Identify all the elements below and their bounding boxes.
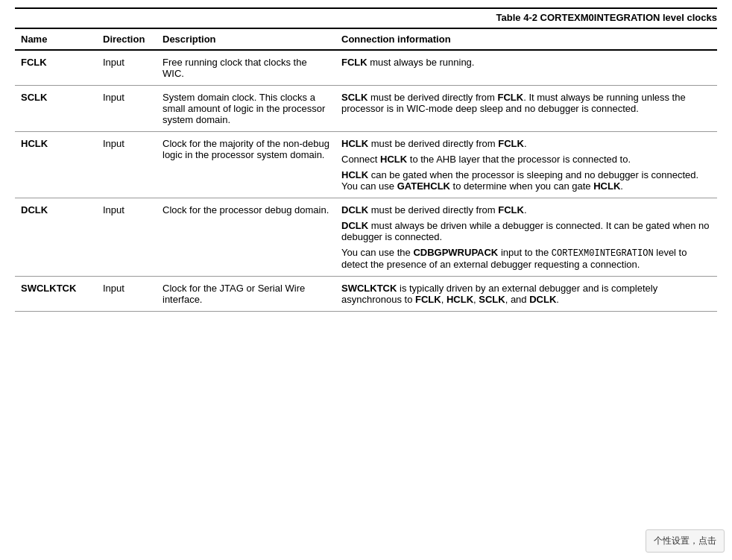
cell-direction: Input	[97, 277, 157, 312]
cell-direction: Input	[97, 132, 157, 198]
cell-connection: DCLK must be derived directly from FCLK.…	[335, 198, 717, 277]
header-name: Name	[15, 28, 97, 50]
cell-direction: Input	[97, 50, 157, 86]
table-row: FCLKInputFree running clock that clocks …	[15, 50, 717, 86]
connection-paragraph: DCLK must always be driven while a debug…	[341, 220, 711, 242]
cell-direction: Input	[97, 86, 157, 132]
cell-connection: HCLK must be derived directly from FCLK.…	[335, 132, 717, 198]
cell-description: Clock for the majority of the non-debug …	[157, 132, 335, 198]
cell-description: Free running clock that clocks the WIC.	[157, 50, 335, 86]
connection-paragraph: You can use the CDBGPWRUPACK input to th…	[341, 247, 711, 270]
cell-name: HCLK	[15, 132, 97, 198]
connection-paragraph: HCLK can be gated when the processor is …	[341, 169, 711, 192]
cell-description: System domain clock. This clocks a small…	[157, 86, 335, 132]
connection-paragraph: FCLK must always be running.	[341, 57, 711, 68]
connection-paragraph: HCLK must be derived directly from FCLK.	[341, 138, 711, 149]
cell-connection: FCLK must always be running.	[335, 50, 717, 86]
cell-connection: SWCLKTCK is typically driven by an exter…	[335, 277, 717, 312]
table-title: Table 4-2 CORTEXM0INTEGRATION level cloc…	[15, 7, 717, 23]
cell-description: Clock for the JTAG or Serial Wire interf…	[157, 277, 335, 312]
cell-name: SCLK	[15, 86, 97, 132]
cell-name: FCLK	[15, 50, 97, 86]
connection-paragraph: SCLK must be derived directly from FCLK.…	[341, 92, 711, 114]
table-row: HCLKInputClock for the majority of the n…	[15, 132, 717, 198]
cell-direction: Input	[97, 198, 157, 277]
table-row: DCLKInputClock for the processor debug d…	[15, 198, 717, 277]
table-header-row: Name Direction Description Connection in…	[15, 28, 717, 50]
connection-paragraph: Connect HCLK to the AHB layer that the p…	[341, 154, 711, 165]
cell-connection: SCLK must be derived directly from FCLK.…	[335, 86, 717, 132]
cell-name: DCLK	[15, 198, 97, 277]
cell-description: Clock for the processor debug domain.	[157, 198, 335, 277]
table-row: SWCLKTCKInputClock for the JTAG or Seria…	[15, 277, 717, 312]
table-row: SCLKInputSystem domain clock. This clock…	[15, 86, 717, 132]
connection-paragraph: SWCLKTCK is typically driven by an exter…	[341, 283, 711, 305]
header-direction: Direction	[97, 28, 157, 50]
cell-name: SWCLKTCK	[15, 277, 97, 312]
header-description: Description	[157, 28, 335, 50]
connection-paragraph: DCLK must be derived directly from FCLK.	[341, 204, 711, 215]
header-connection: Connection information	[335, 28, 717, 50]
main-table: Name Direction Description Connection in…	[15, 28, 717, 312]
